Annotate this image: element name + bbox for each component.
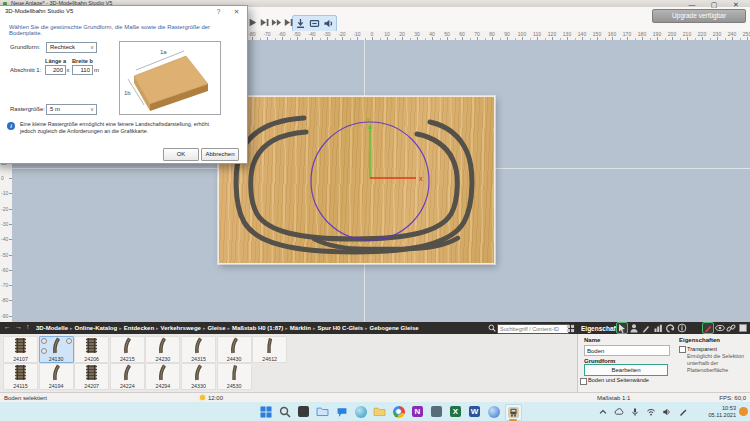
search-input[interactable] [497,324,569,335]
breadcrumb-item-gebogene-gleise[interactable]: Gebogene Gleise [370,325,419,331]
catalog-item-label: 24107 [4,356,37,362]
name-input[interactable] [584,345,670,356]
selection-handle [41,348,47,354]
chrome-icon[interactable] [391,404,406,419]
catalog-item-24230[interactable]: 24230 [145,336,180,363]
ruler-label: 250 [743,31,750,37]
maximize-button[interactable]: ▢ [706,1,722,9]
eye-icon[interactable] [715,323,725,333]
ruler-label: 10 [384,31,390,37]
breadcrumb-item-spur-h0-c-gleis[interactable]: Spur H0 C-Gleis [317,325,363,331]
back-arrow-icon[interactable]: ← [4,323,11,330]
file-explorer-icon[interactable] [315,404,330,419]
close-button[interactable]: ✕ [728,1,744,9]
breadcrumb-item-verkehrswege[interactable]: Verkehrswege [161,325,201,331]
ruler-label: 120 [548,31,556,37]
undo-icon[interactable] [665,323,675,333]
up-arrow-icon[interactable]: ↑ [26,323,30,330]
ruler-label: -10 [353,31,360,37]
toolbar-media-group [292,15,337,32]
chat-icon[interactable] [334,404,349,419]
catalog-item-24215[interactable]: 24215 [110,336,145,363]
step-icon[interactable] [283,17,295,29]
catalog-item-24224[interactable]: 24224 [110,363,145,390]
catalog-item-24294[interactable]: 24294 [145,363,180,390]
ruler-label: 230 [713,31,721,37]
calculator-icon[interactable] [429,404,444,419]
cancel-button[interactable]: Abbrechen [201,148,239,161]
taskbar-clock[interactable]: 10:53 05.11.2021 [708,405,736,419]
catalog-item-24107[interactable]: 24107 [3,336,38,363]
catalog-item-24206[interactable]: 24206 [74,336,109,363]
catalog-item-24130[interactable]: 24130 [39,336,74,363]
dialog-close-button[interactable]: ✕ [230,7,243,16]
edge-icon[interactable] [353,404,368,419]
mic-icon[interactable] [630,407,640,417]
bearbeiten-button[interactable]: Bearbeiten [584,364,668,376]
dialog-help-button[interactable]: ? [212,7,225,16]
catalog-item-24315[interactable]: 24315 [181,336,216,363]
task-view-icon[interactable] [296,404,311,419]
forward-arrow-icon[interactable]: → [15,323,22,330]
catalog-item-24530[interactable]: 24530 [217,363,252,390]
search-icon[interactable] [277,404,292,419]
breadcrumb-item-online-katalog[interactable]: Online-Katalog [75,325,118,331]
cursor-icon[interactable] [617,323,627,333]
play-icon[interactable] [247,17,259,29]
breadcrumb-item-gleise[interactable]: Gleise [207,325,225,331]
breadcrumb-item-ma-stab-h0-1-87-[interactable]: Maßstab H0 (1:87) [232,325,283,331]
person-icon[interactable] [629,323,639,333]
start-button[interactable] [258,404,273,419]
link-icon[interactable] [726,323,736,333]
chart-icon[interactable] [653,323,663,333]
ruler-label: 140 [578,31,586,37]
upgrade-button[interactable]: Upgrade verfügbar [652,9,746,23]
pen-icon[interactable] [678,407,688,417]
breadcrumb-item-m-rklin[interactable]: Märklin [290,325,311,331]
ffwd-icon[interactable] [271,17,283,29]
ok-button[interactable]: OK [163,148,199,161]
transparent-checkbox[interactable] [679,346,686,353]
notification-badge[interactable] [739,407,748,416]
boden-seitenwaende-checkbox[interactable] [580,378,587,385]
word-icon[interactable]: W [467,404,482,419]
speaker-icon[interactable] [323,18,334,29]
brush-icon[interactable] [641,323,651,333]
excel-icon[interactable]: X [448,404,463,419]
clock-time: 10:53 [708,405,736,412]
volume-icon[interactable] [662,407,672,417]
baseplate-board[interactable] [218,96,495,264]
folder-icon[interactable] [372,404,387,419]
square-icon[interactable] [738,323,748,333]
grundform-select[interactable]: Rechteck ∨ [46,42,97,53]
brush-red-icon[interactable] [703,323,713,333]
modellbahn-studio-icon[interactable] [505,404,522,421]
onenote-icon[interactable]: N [410,404,425,419]
raster-select[interactable]: 5 m ∨ [46,104,97,115]
breadcrumb-item-3d-modelle[interactable]: 3D-Modelle [36,325,68,331]
catalog-item-24430[interactable]: 24430 [217,336,252,363]
wifi-icon[interactable] [646,407,656,417]
minimize-button[interactable]: — [684,1,700,8]
properties-header: Eigenschaften [577,322,750,334]
ruler-label: 220 [698,31,706,37]
laenge-input[interactable] [45,65,66,75]
catalog-item-24207[interactable]: 24207 [74,363,109,390]
chevron-up-icon[interactable] [598,407,608,417]
teams-icon[interactable] [486,404,501,419]
catalog-item-label: 24294 [146,383,179,389]
info-icon[interactable] [677,323,687,333]
breadcrumb-item-entdecken[interactable]: Entdecken [124,325,154,331]
card-icon[interactable] [309,18,320,29]
track-thumbnail [40,364,73,381]
catalog-item-24330[interactable]: 24330 [181,363,216,390]
catalog-item-24612[interactable]: 24612 [252,336,287,363]
breite-input[interactable] [72,65,93,75]
cloud-icon[interactable] [614,407,624,417]
step-icon[interactable] [259,17,271,29]
import-icon[interactable] [295,18,306,29]
ruler-label: -10 [1,190,8,196]
catalog-item-24115[interactable]: 24115 [3,363,38,390]
catalog-item-24194[interactable]: 24194 [39,363,74,390]
grid-view-icon[interactable] [566,324,575,333]
